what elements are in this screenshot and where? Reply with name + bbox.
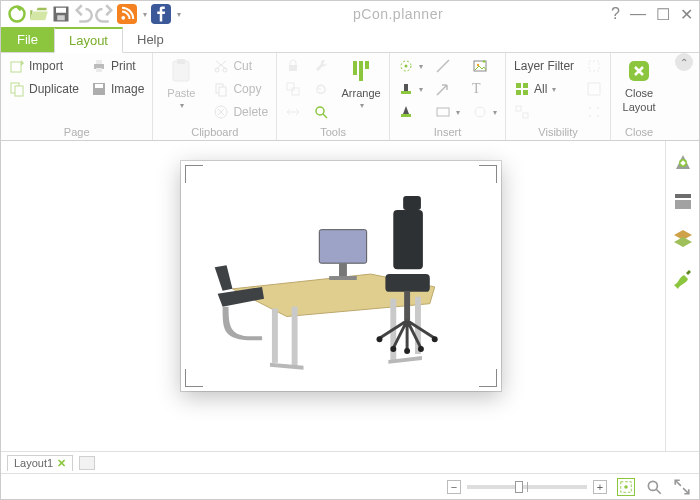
open-icon[interactable] [29,4,49,24]
cut-button[interactable]: Cut [209,55,272,77]
chevron-down-icon: ▾ [419,62,423,71]
rotate-icon [313,81,329,97]
clipboard-icon [167,57,195,85]
arrange-button[interactable]: Arrange ▾ [337,55,385,112]
print-button[interactable]: Print [87,55,148,77]
vis-f-button[interactable] [582,101,606,123]
svg-rect-42 [516,106,521,111]
expand-icon[interactable] [673,478,691,496]
line-button[interactable] [431,55,464,77]
layout-canvas[interactable] [1,141,665,451]
tool-b-button[interactable] [309,78,333,100]
tool-c-button[interactable] [309,101,333,123]
lock-button[interactable] [281,55,305,77]
group-label: Insert [394,126,501,140]
line-icon [435,58,451,74]
dropdown-icon[interactable]: ▾ [173,4,183,24]
import-label: Import [29,59,63,73]
more-shape-button[interactable]: ▾ [468,101,501,123]
arrow-button[interactable] [431,78,464,100]
ribbon-group-close: Close Layout Close [611,53,667,140]
stamp-icon [398,81,414,97]
layer-filter-button[interactable]: Layer Filter [510,55,578,77]
zoom-extents-icon[interactable] [645,478,663,496]
svg-point-45 [589,107,591,109]
fit-view-icon[interactable] [617,478,635,496]
paste-button[interactable]: Paste ▾ [157,55,205,112]
redo-icon[interactable] [95,4,115,24]
undo-icon[interactable] [73,4,93,24]
svg-point-0 [10,7,25,22]
import-button[interactable]: Import [5,55,83,77]
all-button[interactable]: All ▾ [510,78,578,100]
flip-button[interactable] [281,101,305,123]
svg-point-5 [121,16,125,20]
quick-access-toolbar: ▾ ▾ pCon.planner ? — ☐ ✕ [1,1,699,27]
minimize-icon[interactable]: — [630,5,646,24]
facebook-icon[interactable] [151,4,171,24]
svg-rect-22 [289,65,297,71]
rss-icon[interactable] [117,4,137,24]
svg-point-30 [405,65,408,68]
settings-panel-icon[interactable] [671,151,695,175]
app-title: pCon.planner [185,6,611,22]
copy-button[interactable]: Copy [209,78,272,100]
close-layout-button[interactable]: Close Layout [615,55,663,115]
chevron-down-icon: ▾ [180,101,184,110]
svg-rect-38 [516,83,521,88]
view-button[interactable]: ▾ [394,55,427,77]
vis-e-button[interactable] [582,78,606,100]
svg-rect-14 [95,84,103,88]
drawer-panel-icon[interactable] [671,189,695,213]
svg-rect-23 [287,83,294,90]
arrange-icon [347,57,375,85]
layers-panel-icon[interactable] [671,227,695,251]
svg-rect-16 [177,59,185,64]
pen-panel-icon[interactable] [671,265,695,289]
svg-rect-39 [523,83,528,88]
image-insert-button[interactable] [468,55,501,77]
close-icon[interactable]: ✕ [680,5,693,24]
new-tab-button[interactable] [79,456,95,470]
copy-label: Copy [233,82,261,96]
close-tab-icon[interactable]: ✕ [57,457,66,470]
collapse-ribbon-icon[interactable]: ⌃ [675,53,693,71]
svg-rect-31 [401,91,411,94]
rect-button[interactable]: ▾ [431,101,464,123]
tool-a-button[interactable] [309,55,333,77]
image-button[interactable]: Image [87,78,148,100]
svg-rect-32 [404,84,408,91]
vis-d-button[interactable] [582,55,606,77]
zoom-in-button[interactable]: + [593,480,607,494]
dropdown-icon[interactable]: ▾ [139,4,149,24]
stamp2-button[interactable] [394,101,427,123]
zoom-out-button[interactable]: − [447,480,461,494]
svg-point-37 [475,107,485,117]
chevron-down-icon: ▾ [419,85,423,94]
save-icon[interactable] [51,4,71,24]
tab-help[interactable]: Help [123,27,178,52]
document-tab[interactable]: Layout1 ✕ [7,455,73,471]
layout-page[interactable] [181,161,501,391]
duplicate-button[interactable]: Duplicate [5,78,83,100]
tab-file[interactable]: File [1,27,54,52]
help-icon[interactable]: ? [611,5,620,24]
delete-icon [213,104,229,120]
group-button[interactable] [281,78,305,100]
app-menu-icon[interactable] [7,4,27,24]
magnifier-icon [313,104,329,120]
zoom-track[interactable] [467,485,587,489]
maximize-icon[interactable]: ☐ [656,5,670,24]
svg-point-72 [648,481,657,490]
zoom-thumb[interactable] [515,481,523,493]
stamp-button[interactable]: ▾ [394,78,427,100]
ribbon-group-page: Import Duplicate Print Image [1,53,153,140]
svg-rect-20 [219,87,226,96]
text-button[interactable]: T [468,78,501,100]
group-label: Close [615,126,663,140]
svg-rect-60 [404,291,410,321]
vis-c-button[interactable] [510,101,578,123]
import-icon [9,58,25,74]
delete-button[interactable]: Delete [209,101,272,123]
tab-layout[interactable]: Layout [54,27,123,53]
